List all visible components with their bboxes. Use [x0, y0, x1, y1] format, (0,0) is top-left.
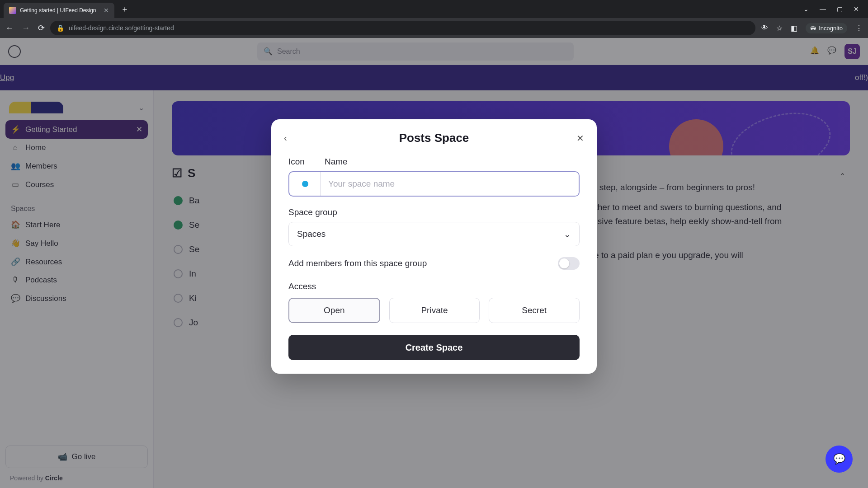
- kebab-menu-icon[interactable]: ⋮: [855, 24, 863, 33]
- reload-icon[interactable]: ⟳: [38, 23, 45, 33]
- space-group-label: Space group: [288, 207, 580, 217]
- tab-close-icon[interactable]: ✕: [104, 7, 109, 14]
- address-bar[interactable]: 🔒 uifeed-design.circle.so/getting-starte…: [50, 21, 755, 35]
- close-icon[interactable]: ✕: [576, 133, 584, 144]
- create-space-button[interactable]: Create Space: [288, 335, 580, 360]
- forward-icon[interactable]: →: [22, 23, 30, 33]
- incognito-badge[interactable]: 🕶 Incognito: [806, 23, 847, 33]
- space-name-input[interactable]: [321, 172, 579, 196]
- window-controls: ⌄ ― ▢ ✕: [803, 5, 868, 13]
- incognito-label: Incognito: [819, 25, 843, 32]
- tab-title: Getting started | UIFeed Design: [20, 7, 96, 14]
- bookmark-star-icon[interactable]: ☆: [776, 24, 783, 33]
- chevron-down-icon: ⌄: [564, 229, 571, 239]
- browser-toolbar: ← → ⟳ 🔒 uifeed-design.circle.so/getting-…: [0, 18, 868, 38]
- new-tab-button[interactable]: ＋: [121, 4, 129, 14]
- back-icon[interactable]: ←: [5, 23, 14, 33]
- access-option-secret[interactable]: Secret: [489, 298, 580, 323]
- modal-title: Posts Space: [399, 131, 469, 145]
- tabs-dropdown-icon[interactable]: ⌄: [803, 5, 809, 13]
- space-icon-picker[interactable]: [289, 172, 321, 196]
- side-panel-icon[interactable]: ◧: [791, 24, 797, 33]
- incognito-icon: 🕶: [810, 25, 816, 32]
- close-window-icon[interactable]: ✕: [854, 5, 859, 13]
- minimize-icon[interactable]: ―: [820, 5, 826, 13]
- support-chat-fab[interactable]: 💬: [826, 446, 853, 473]
- maximize-icon[interactable]: ▢: [837, 5, 843, 13]
- name-field-label: Name: [325, 157, 348, 167]
- access-option-open[interactable]: Open: [288, 298, 380, 323]
- eye-off-icon[interactable]: 👁: [761, 24, 768, 32]
- browser-tab[interactable]: Getting started | UIFeed Design ✕: [4, 3, 114, 18]
- space-group-select[interactable]: Spaces ⌄: [288, 222, 580, 246]
- dot-icon: [302, 181, 308, 187]
- back-icon[interactable]: ‹: [284, 133, 287, 143]
- access-label: Access: [288, 282, 580, 291]
- add-members-toggle[interactable]: [558, 257, 580, 270]
- create-space-modal: ‹ Posts Space ✕ Icon Name Space group Sp…: [271, 119, 597, 374]
- lock-icon: 🔒: [57, 24, 64, 32]
- add-members-label: Add members from this space group: [288, 258, 427, 268]
- tab-favicon: [9, 7, 16, 14]
- chat-bubble-icon: 💬: [833, 453, 845, 465]
- icon-field-label: Icon: [288, 157, 311, 167]
- url-text: uifeed-design.circle.so/getting-started: [69, 24, 174, 32]
- browser-tab-strip: Getting started | UIFeed Design ✕ ＋ ⌄ ― …: [0, 0, 868, 18]
- access-option-private[interactable]: Private: [389, 298, 480, 323]
- select-value: Spaces: [297, 229, 326, 239]
